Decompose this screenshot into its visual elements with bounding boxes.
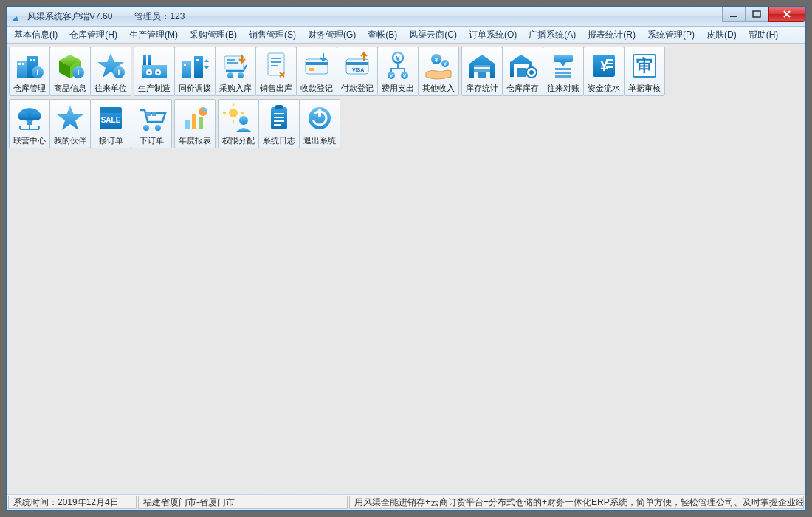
main-window: 风渠系统客户端V7.60 管理员：123 基本信息(I)仓库管理(H)生产管理(… xyxy=(6,6,806,511)
audit-icon xyxy=(629,50,660,81)
star-icon xyxy=(55,103,86,134)
toolbar-group: 年度报表 xyxy=(174,99,215,148)
tool-sys-log[interactable]: 系统日志 xyxy=(258,99,300,148)
warehouse-pin-icon xyxy=(507,50,538,81)
clipboard-icon xyxy=(264,103,295,134)
tool-label: 退出系统 xyxy=(303,135,336,146)
close-button[interactable] xyxy=(768,7,805,22)
tool-label: 资金流水 xyxy=(588,83,620,94)
tool-label: 下订单 xyxy=(140,135,164,146)
status-bar: 系统时间：2019年12月4日 福建省厦门市-省厦门市 用风渠全能进销存+云商订… xyxy=(7,494,805,510)
tool-exit[interactable]: 退出系统 xyxy=(299,99,340,148)
tool-receive-reg[interactable]: 收款登记 xyxy=(296,47,337,96)
tool-label: 付款登记 xyxy=(341,83,374,94)
status-time: 系统时间：2019年12月4日 xyxy=(8,496,137,509)
yen-tree-icon xyxy=(382,50,413,81)
window-title: 风渠系统客户端V7.60 xyxy=(27,10,112,23)
tool-warehouse-mgmt[interactable]: 仓库管理 xyxy=(9,47,50,96)
receipt-icon xyxy=(261,50,292,81)
menu-13[interactable]: 帮助(H) xyxy=(743,27,785,43)
menu-8[interactable]: 订单系统(O) xyxy=(463,27,523,43)
tool-other-income[interactable]: 其他收入 xyxy=(418,47,459,96)
sale-icon xyxy=(95,103,126,134)
tool-label: 库存统计 xyxy=(466,83,498,94)
tool-product-info[interactable]: 商品信息 xyxy=(49,47,91,96)
minimize-button[interactable] xyxy=(722,7,745,22)
menu-2[interactable]: 生产管理(M) xyxy=(123,27,184,43)
tool-label: 仓库库存 xyxy=(506,83,539,94)
menu-6[interactable]: 查帐(B) xyxy=(362,27,403,43)
menu-11[interactable]: 系统管理(P) xyxy=(641,27,701,43)
menu-1[interactable]: 仓库管理(H) xyxy=(63,27,123,43)
tool-label: 联营中心 xyxy=(13,135,46,146)
status-marquee: 用风渠全能进销存+云商订货平台+分布式仓储的+财务一体化ERP系统，简单方便，轻… xyxy=(349,496,804,509)
tool-price-adjust[interactable]: 同价调拨 xyxy=(174,47,216,96)
menu-4[interactable]: 销售管理(S) xyxy=(243,27,302,43)
tool-label: 采购入库 xyxy=(219,83,252,94)
tool-label: 同价调拨 xyxy=(179,83,211,94)
tool-cash-flow[interactable]: 资金流水 xyxy=(583,47,625,96)
tool-pay-reg[interactable]: 付款登记 xyxy=(337,47,378,96)
power-icon xyxy=(304,103,335,134)
tool-purchase-in[interactable]: 采购入库 xyxy=(215,47,256,96)
tool-expense[interactable]: 费用支出 xyxy=(377,47,419,96)
tool-label: 仓库管理 xyxy=(13,83,46,94)
factory-icon xyxy=(139,50,170,81)
user-sun-icon xyxy=(223,103,254,134)
tool-doc-audit[interactable]: 单据审核 xyxy=(624,47,665,96)
cart-go-icon xyxy=(136,103,167,134)
tool-my-partner[interactable]: 我的伙伴 xyxy=(49,99,91,148)
warehouse-icon xyxy=(467,50,498,81)
tool-warehouse-stock[interactable]: 仓库库存 xyxy=(502,47,543,96)
status-location: 福建省厦门市-省厦门市 xyxy=(138,496,348,509)
box-info-icon xyxy=(55,50,86,81)
svg-rect-1 xyxy=(753,11,760,17)
menu-7[interactable]: 风渠云商(C) xyxy=(403,27,463,43)
menu-0[interactable]: 基本信息(I) xyxy=(8,27,63,43)
title-bar[interactable]: 风渠系统客户端V7.60 管理员：123 xyxy=(7,7,805,27)
tool-label: 往来单位 xyxy=(94,83,127,94)
toolbar-group: 仓库管理商品信息往来单位 xyxy=(9,47,131,96)
tool-label: 单据审核 xyxy=(628,83,661,94)
tool-stock-stats[interactable]: 库存统计 xyxy=(461,47,503,96)
buildings-swap-icon xyxy=(179,50,210,81)
tool-label: 我的伙伴 xyxy=(54,135,86,146)
menu-10[interactable]: 报表统计(R) xyxy=(582,27,641,43)
tool-perm-assign[interactable]: 权限分配 xyxy=(218,99,259,148)
menu-bar: 基本信息(I)仓库管理(H)生产管理(M)采购管理(B)销售管理(S)财务管理(… xyxy=(7,27,805,44)
client-area: 仓库管理商品信息往来单位生产制造同价调拨采购入库销售出库收款登记付款登记费用支出… xyxy=(7,43,805,495)
maximize-button[interactable] xyxy=(745,7,768,22)
svg-rect-0 xyxy=(730,16,737,17)
tool-ext-units[interactable]: 往来单位 xyxy=(90,47,131,96)
down-list-icon xyxy=(548,50,579,81)
tool-label: 其他收入 xyxy=(422,83,455,94)
tool-label: 年度报表 xyxy=(179,135,211,146)
tool-annual-report[interactable]: 年度报表 xyxy=(174,99,216,148)
tool-label: 商品信息 xyxy=(54,83,86,94)
toolbar-group: 库存统计仓库库存往来对账资金流水单据审核 xyxy=(461,47,664,96)
toolbar-group: 生产制造同价调拨采购入库销售出库收款登记付款登记费用支出其他收入 xyxy=(134,47,458,96)
tool-union-center[interactable]: 联营中心 xyxy=(9,99,50,148)
app-icon xyxy=(11,10,23,22)
tool-recon[interactable]: 往来对账 xyxy=(543,47,584,96)
tool-label: 往来对账 xyxy=(547,83,579,94)
tool-label: 系统日志 xyxy=(263,135,295,146)
yen-sheet-icon xyxy=(588,50,619,81)
tool-label: 接订单 xyxy=(99,135,123,146)
menu-3[interactable]: 采购管理(B) xyxy=(184,27,243,43)
card-out-icon xyxy=(342,50,373,81)
card-in-icon xyxy=(301,50,332,81)
cloud-net-icon xyxy=(14,103,45,134)
menu-9[interactable]: 广播系统(A) xyxy=(523,27,582,43)
chart-icon xyxy=(179,103,210,134)
tool-place-order[interactable]: 下订单 xyxy=(131,99,172,148)
cart-in-icon xyxy=(220,50,251,81)
tool-accept-order[interactable]: 接订单 xyxy=(90,99,131,148)
tool-sales-out[interactable]: 销售出库 xyxy=(255,47,297,96)
tool-label: 收款登记 xyxy=(300,83,333,94)
menu-5[interactable]: 财务管理(G) xyxy=(302,27,362,43)
tool-label: 权限分配 xyxy=(222,135,255,146)
star-info-icon xyxy=(95,50,126,81)
menu-12[interactable]: 皮肤(D) xyxy=(701,27,743,43)
tool-production[interactable]: 生产制造 xyxy=(134,47,175,96)
